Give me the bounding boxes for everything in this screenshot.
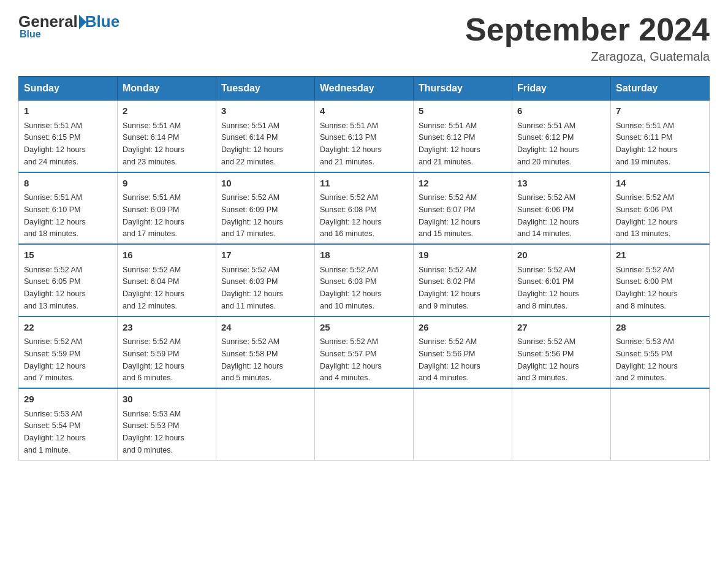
day-number: 25 — [320, 321, 408, 335]
day-number: 7 — [616, 104, 704, 118]
calendar-cell: 23 Sunrise: 5:52 AMSunset: 5:59 PMDaylig… — [118, 316, 216, 389]
week-row-1: 1 Sunrise: 5:51 AMSunset: 6:15 PMDayligh… — [19, 101, 710, 172]
day-info: Sunrise: 5:51 AMSunset: 6:14 PMDaylight:… — [123, 121, 184, 166]
month-title: September 2024 — [465, 12, 710, 47]
calendar-cell: 6 Sunrise: 5:51 AMSunset: 6:12 PMDayligh… — [512, 101, 611, 172]
calendar-cell: 13 Sunrise: 5:52 AMSunset: 6:06 PMDaylig… — [512, 172, 611, 245]
day-number: 6 — [517, 104, 605, 118]
day-info: Sunrise: 5:52 AMSunset: 6:02 PMDaylight:… — [419, 266, 480, 310]
day-number: 27 — [517, 321, 605, 335]
day-info: Sunrise: 5:51 AMSunset: 6:11 PMDaylight:… — [616, 121, 678, 166]
day-info: Sunrise: 5:52 AMSunset: 6:07 PMDaylight:… — [419, 193, 480, 238]
day-number: 23 — [123, 321, 211, 335]
day-number: 20 — [517, 248, 605, 262]
day-info: Sunrise: 5:52 AMSunset: 6:09 PMDaylight:… — [221, 193, 283, 238]
day-info: Sunrise: 5:52 AMSunset: 5:56 PMDaylight:… — [517, 337, 579, 382]
calendar-cell: 25 Sunrise: 5:52 AMSunset: 5:57 PMDaylig… — [315, 316, 414, 389]
calendar-cell: 9 Sunrise: 5:51 AMSunset: 6:09 PMDayligh… — [118, 172, 216, 245]
calendar-cell: 7 Sunrise: 5:51 AMSunset: 6:11 PMDayligh… — [611, 101, 710, 172]
calendar-cell: 4 Sunrise: 5:51 AMSunset: 6:13 PMDayligh… — [315, 101, 414, 172]
calendar-cell — [512, 388, 611, 460]
calendar-cell: 27 Sunrise: 5:52 AMSunset: 5:56 PMDaylig… — [512, 316, 611, 389]
week-row-5: 29 Sunrise: 5:53 AMSunset: 5:54 PMDaylig… — [19, 388, 710, 460]
header-tuesday: Tuesday — [216, 77, 315, 101]
day-number: 9 — [123, 177, 211, 191]
day-number: 10 — [221, 177, 309, 191]
calendar-cell: 11 Sunrise: 5:52 AMSunset: 6:08 PMDaylig… — [315, 172, 414, 245]
calendar-cell: 12 Sunrise: 5:52 AMSunset: 6:07 PMDaylig… — [414, 172, 512, 245]
calendar-cell: 1 Sunrise: 5:51 AMSunset: 6:15 PMDayligh… — [19, 101, 118, 172]
calendar-cell: 10 Sunrise: 5:52 AMSunset: 6:09 PMDaylig… — [216, 172, 315, 245]
day-info: Sunrise: 5:51 AMSunset: 6:12 PMDaylight:… — [517, 121, 579, 166]
day-info: Sunrise: 5:51 AMSunset: 6:13 PMDaylight:… — [320, 121, 382, 166]
week-row-4: 22 Sunrise: 5:52 AMSunset: 5:59 PMDaylig… — [19, 316, 710, 389]
calendar-cell: 16 Sunrise: 5:52 AMSunset: 6:04 PMDaylig… — [118, 244, 216, 316]
calendar-cell — [216, 388, 315, 460]
calendar-cell: 8 Sunrise: 5:51 AMSunset: 6:10 PMDayligh… — [19, 172, 118, 245]
day-number: 22 — [24, 321, 112, 335]
day-info: Sunrise: 5:52 AMSunset: 6:04 PMDaylight:… — [123, 266, 184, 310]
day-number: 24 — [221, 321, 309, 335]
calendar-cell: 30 Sunrise: 5:53 AMSunset: 5:53 PMDaylig… — [118, 388, 216, 460]
header-friday: Friday — [512, 77, 611, 101]
day-number: 17 — [221, 248, 309, 262]
day-number: 11 — [320, 177, 408, 191]
day-number: 3 — [221, 104, 309, 118]
day-number: 15 — [24, 248, 112, 262]
day-number: 16 — [123, 248, 211, 262]
week-row-3: 15 Sunrise: 5:52 AMSunset: 6:05 PMDaylig… — [19, 244, 710, 316]
day-info: Sunrise: 5:52 AMSunset: 5:58 PMDaylight:… — [221, 337, 283, 382]
calendar-table: Sunday Monday Tuesday Wednesday Thursday… — [18, 76, 710, 461]
header-monday: Monday — [118, 77, 216, 101]
day-info: Sunrise: 5:52 AMSunset: 5:57 PMDaylight:… — [320, 337, 382, 382]
header-sunday: Sunday — [19, 77, 118, 101]
calendar-cell: 26 Sunrise: 5:52 AMSunset: 5:56 PMDaylig… — [414, 316, 512, 389]
logo-underline: Blue — [20, 29, 41, 40]
day-info: Sunrise: 5:52 AMSunset: 6:03 PMDaylight:… — [221, 266, 283, 310]
calendar-cell: 15 Sunrise: 5:52 AMSunset: 6:05 PMDaylig… — [19, 244, 118, 316]
day-info: Sunrise: 5:52 AMSunset: 5:59 PMDaylight:… — [24, 337, 86, 382]
page-header: General Blue Blue September 2024 Zaragoz… — [18, 12, 710, 64]
day-info: Sunrise: 5:53 AMSunset: 5:54 PMDaylight:… — [24, 410, 86, 454]
calendar-cell — [414, 388, 512, 460]
header-wednesday: Wednesday — [315, 77, 414, 101]
day-number: 21 — [616, 248, 704, 262]
day-number: 19 — [419, 248, 507, 262]
calendar-cell: 19 Sunrise: 5:52 AMSunset: 6:02 PMDaylig… — [414, 244, 512, 316]
header-saturday: Saturday — [611, 77, 710, 101]
day-number: 1 — [24, 104, 112, 118]
location: Zaragoza, Guatemala — [465, 50, 710, 64]
day-number: 30 — [123, 393, 211, 407]
calendar-cell — [611, 388, 710, 460]
calendar-cell: 21 Sunrise: 5:52 AMSunset: 6:00 PMDaylig… — [611, 244, 710, 316]
calendar-cell: 17 Sunrise: 5:52 AMSunset: 6:03 PMDaylig… — [216, 244, 315, 316]
day-info: Sunrise: 5:51 AMSunset: 6:12 PMDaylight:… — [419, 121, 480, 166]
day-info: Sunrise: 5:52 AMSunset: 6:06 PMDaylight:… — [616, 193, 678, 238]
day-info: Sunrise: 5:51 AMSunset: 6:10 PMDaylight:… — [24, 193, 86, 238]
day-number: 4 — [320, 104, 408, 118]
title-block: September 2024 Zaragoza, Guatemala — [465, 12, 710, 64]
day-info: Sunrise: 5:52 AMSunset: 6:08 PMDaylight:… — [320, 193, 382, 238]
header-thursday: Thursday — [414, 77, 512, 101]
calendar-cell: 18 Sunrise: 5:52 AMSunset: 6:03 PMDaylig… — [315, 244, 414, 316]
day-info: Sunrise: 5:52 AMSunset: 6:01 PMDaylight:… — [517, 266, 579, 310]
calendar-cell: 20 Sunrise: 5:52 AMSunset: 6:01 PMDaylig… — [512, 244, 611, 316]
day-info: Sunrise: 5:51 AMSunset: 6:15 PMDaylight:… — [24, 121, 86, 166]
day-number: 2 — [123, 104, 211, 118]
calendar-cell: 5 Sunrise: 5:51 AMSunset: 6:12 PMDayligh… — [414, 101, 512, 172]
day-number: 13 — [517, 177, 605, 191]
calendar-cell: 3 Sunrise: 5:51 AMSunset: 6:14 PMDayligh… — [216, 101, 315, 172]
day-info: Sunrise: 5:53 AMSunset: 5:55 PMDaylight:… — [616, 337, 678, 382]
logo: General Blue Blue — [18, 12, 119, 40]
day-info: Sunrise: 5:52 AMSunset: 6:06 PMDaylight:… — [517, 193, 579, 238]
day-number: 14 — [616, 177, 704, 191]
calendar-cell: 24 Sunrise: 5:52 AMSunset: 5:58 PMDaylig… — [216, 316, 315, 389]
day-info: Sunrise: 5:52 AMSunset: 5:59 PMDaylight:… — [123, 337, 184, 382]
day-number: 26 — [419, 321, 507, 335]
day-info: Sunrise: 5:52 AMSunset: 6:00 PMDaylight:… — [616, 266, 678, 310]
day-number: 8 — [24, 177, 112, 191]
day-info: Sunrise: 5:51 AMSunset: 6:14 PMDaylight:… — [221, 121, 283, 166]
weekday-header-row: Sunday Monday Tuesday Wednesday Thursday… — [19, 77, 710, 101]
day-number: 28 — [616, 321, 704, 335]
day-info: Sunrise: 5:52 AMSunset: 6:03 PMDaylight:… — [320, 266, 382, 310]
